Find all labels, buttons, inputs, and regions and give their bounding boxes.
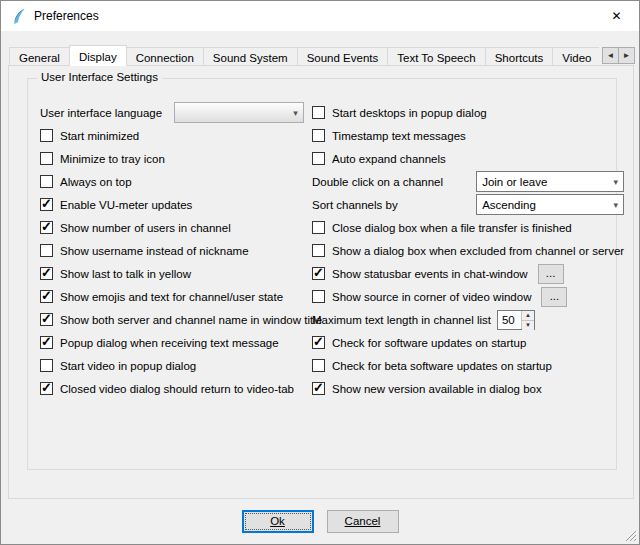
language-select[interactable]: ▾ — [174, 102, 304, 123]
tab-connection[interactable]: Connection — [126, 47, 204, 66]
ok-button[interactable]: Ok — [242, 510, 314, 533]
checkbox-row[interactable]: Always on top — [40, 170, 304, 193]
tab-shortcuts[interactable]: Shortcuts — [485, 47, 554, 66]
left-column: User interface language ▾ Start minimize… — [40, 101, 304, 400]
sort-channels-value: Ascending — [482, 199, 536, 211]
checkbox[interactable] — [40, 267, 53, 280]
checkbox-row[interactable]: Check for beta software updates on start… — [312, 354, 624, 377]
tab-sound-system[interactable]: Sound System — [203, 47, 298, 66]
checkbox-row[interactable]: Show new version available in dialog box — [312, 377, 624, 400]
double-click-label: Double click on a channel — [312, 176, 443, 188]
spin-down-icon[interactable]: ▼ — [522, 321, 534, 330]
checkbox[interactable] — [40, 336, 53, 349]
checkbox-label: Close dialog box when a file transfer is… — [332, 222, 572, 234]
checkbox-row[interactable]: Close dialog box when a file transfer is… — [312, 216, 624, 239]
chevron-down-icon: ▾ — [608, 177, 623, 187]
checkbox[interactable] — [312, 290, 325, 303]
checkbox-row[interactable]: Show username instead of nickname — [40, 239, 304, 262]
dialog-footer: Ok Cancel — [1, 510, 639, 533]
statusbar-events-options-button[interactable]: ... — [538, 264, 564, 284]
checkbox-row[interactable]: Popup dialog when receiving text message — [40, 331, 304, 354]
checkbox[interactable] — [312, 152, 325, 165]
checkbox-label: Show source in corner of video window — [332, 291, 531, 303]
checkbox[interactable] — [40, 382, 53, 395]
checkbox-row[interactable]: Closed video dialog should return to vid… — [40, 377, 304, 400]
checkbox[interactable] — [312, 129, 325, 142]
checkbox-label: Start desktops in popup dialog — [332, 107, 487, 119]
tab-video[interactable]: Video — [552, 47, 599, 66]
checkbox[interactable] — [40, 175, 53, 188]
right-column: Start desktops in popup dialog Timestamp… — [312, 101, 624, 400]
checkbox-label: Show statusbar events in chat-window — [332, 268, 528, 280]
checkbox[interactable] — [40, 290, 53, 303]
double-click-row: Double click on a channel Join or leave … — [312, 170, 624, 193]
checkbox[interactable] — [40, 244, 53, 257]
checkbox-row[interactable]: Auto expand channels — [312, 147, 624, 170]
checkbox-row[interactable]: Show emojis and text for channel/user st… — [40, 285, 304, 308]
checkbox-label: Minimize to tray icon — [60, 153, 165, 165]
checkbox[interactable] — [312, 106, 325, 119]
max-text-length-value[interactable]: 50 — [498, 311, 521, 329]
checkbox[interactable] — [312, 336, 325, 349]
tab-general[interactable]: General — [9, 47, 70, 66]
display-tab-page: User Interface Settings User interface l… — [8, 65, 634, 499]
cancel-button[interactable]: Cancel — [327, 510, 399, 533]
max-text-length-row: Maximum text length in channel list 50 ▲… — [312, 308, 624, 331]
video-source-row[interactable]: Show source in corner of video window ..… — [312, 285, 624, 308]
tab-text-to-speech[interactable]: Text To Speech — [387, 47, 485, 66]
tab-scroll-right-icon[interactable]: ► — [618, 47, 635, 64]
close-icon: ✕ — [611, 9, 621, 23]
checkbox-row[interactable]: Check for software updates on startup — [312, 331, 624, 354]
checkbox[interactable] — [40, 221, 53, 234]
double-click-value: Join or leave — [482, 176, 547, 188]
checkbox-label: Show a dialog box when excluded from cha… — [332, 245, 624, 257]
checkbox-row[interactable]: Show a dialog box when excluded from cha… — [312, 239, 624, 262]
checkbox-label: Always on top — [60, 176, 132, 188]
tab-sound-events[interactable]: Sound Events — [297, 47, 389, 66]
max-text-length-spinner[interactable]: 50 ▲ ▼ — [497, 310, 535, 330]
statusbar-events-row[interactable]: Show statusbar events in chat-window ... — [312, 262, 624, 285]
checkbox-row[interactable]: Minimize to tray icon — [40, 147, 304, 170]
tab-bar: General Display Connection Sound System … — [9, 45, 599, 66]
checkbox[interactable] — [312, 359, 325, 372]
checkbox-label: Start minimized — [60, 130, 139, 142]
checkbox-row[interactable]: Show last to talk in yellow — [40, 262, 304, 285]
checkbox-row[interactable]: Start video in popup dialog — [40, 354, 304, 377]
checkbox-label: Enable VU-meter updates — [60, 199, 192, 211]
checkbox[interactable] — [40, 359, 53, 372]
checkbox[interactable] — [40, 313, 53, 326]
checkbox[interactable] — [312, 244, 325, 257]
video-source-options-button[interactable]: ... — [541, 287, 567, 307]
checkbox-label: Show username instead of nickname — [60, 245, 249, 257]
tab-display[interactable]: Display — [69, 45, 127, 66]
checkbox-row[interactable]: Enable VU-meter updates — [40, 193, 304, 216]
checkbox[interactable] — [40, 152, 53, 165]
checkbox-label: Auto expand channels — [332, 153, 446, 165]
checkbox-label: Show number of users in channel — [60, 222, 231, 234]
checkbox-label: Closed video dialog should return to vid… — [60, 383, 294, 395]
checkbox-label: Popup dialog when receiving text message — [60, 337, 279, 349]
language-label: User interface language — [40, 107, 162, 119]
close-button[interactable]: ✕ — [594, 1, 639, 31]
max-text-length-label: Maximum text length in channel list — [312, 314, 491, 326]
app-logo-icon — [10, 8, 27, 25]
checkbox-label: Show emojis and text for channel/user st… — [60, 291, 283, 303]
chevron-down-icon: ▾ — [608, 200, 623, 210]
window-title: Preferences — [34, 9, 99, 23]
checkbox-row[interactable]: Timestamp text messages — [312, 124, 624, 147]
checkbox-row[interactable]: Start desktops in popup dialog — [312, 101, 624, 124]
double-click-select[interactable]: Join or leave ▾ — [476, 171, 624, 192]
checkbox[interactable] — [312, 382, 325, 395]
checkbox-label: Check for beta software updates on start… — [332, 360, 552, 372]
checkbox[interactable] — [40, 129, 53, 142]
resize-grip[interactable] — [624, 529, 637, 542]
checkbox-row[interactable]: Start minimized — [40, 124, 304, 147]
checkbox[interactable] — [312, 221, 325, 234]
tab-scroll-left-icon[interactable]: ◄ — [602, 47, 619, 64]
spin-up-icon[interactable]: ▲ — [522, 311, 534, 321]
checkbox[interactable] — [40, 198, 53, 211]
checkbox-row[interactable]: Show both server and channel name in win… — [40, 308, 304, 331]
checkbox-row[interactable]: Show number of users in channel — [40, 216, 304, 239]
checkbox[interactable] — [312, 267, 325, 280]
sort-channels-select[interactable]: Ascending ▾ — [476, 194, 624, 215]
